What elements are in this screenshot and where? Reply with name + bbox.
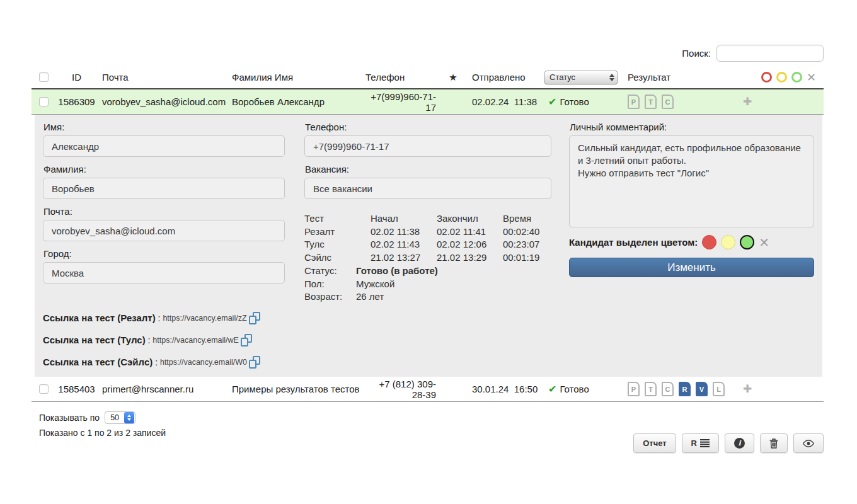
header-sent[interactable]: Отправлено (468, 72, 539, 83)
test-row-time: 00:23:07 (503, 238, 560, 251)
row2-checkbox[interactable] (39, 384, 49, 394)
row2-add-cell: ✚ (734, 382, 761, 396)
test-row-end: 02.02 11:41 (437, 226, 503, 239)
test-report-p-icon[interactable]: P (628, 94, 640, 109)
add-test-icon[interactable]: ✚ (743, 382, 752, 396)
test-report-c-icon[interactable]: C (662, 382, 674, 396)
test-row-time: 00:02:40 (503, 226, 560, 239)
report-button[interactable]: Отчет (633, 433, 676, 453)
detail-left-column: Имя: Фамилия: Почта: Город: (43, 120, 285, 284)
color-row-label: Кандидат выделен цветом: (569, 237, 698, 248)
test-report-r-icon[interactable]: R (679, 382, 691, 396)
stepper-arrows-icon (124, 412, 134, 423)
first-name-field[interactable] (43, 135, 285, 157)
select-arrows-icon (609, 74, 614, 81)
mark-yellow-circle-icon[interactable] (721, 235, 735, 249)
per-page-select[interactable]: 50 (105, 411, 135, 424)
mark-green-circle-icon[interactable] (740, 235, 754, 249)
row1-status: ✔ Готово (539, 96, 623, 108)
header-phone[interactable]: Телефон (360, 72, 439, 83)
search-bar: Поиск: (682, 45, 824, 62)
gender-label: Пол: (304, 278, 356, 291)
view-button[interactable] (793, 433, 824, 453)
delete-button[interactable] (760, 433, 788, 453)
row1-id: 1586309 (55, 96, 98, 107)
gender-line: Пол: Мужской (304, 278, 551, 291)
link-separator: : (146, 335, 153, 345)
email-label: Почта: (43, 206, 285, 217)
candidate-color-row: Кандидат выделен цветом: ✕ (569, 235, 814, 249)
edit-button[interactable]: Изменить (569, 258, 814, 277)
test-report-v-icon[interactable]: V (696, 382, 708, 396)
filter-yellow-circle-icon[interactable] (776, 72, 787, 83)
mark-red-circle-icon[interactable] (702, 235, 716, 249)
table-row-1586309[interactable]: 1586309 vorobyev_sasha@icloud.com Воробь… (32, 89, 824, 115)
tests-col-time: Время (503, 212, 560, 226)
tests-col-finished: Закончил (437, 212, 503, 226)
test-report-t-icon[interactable]: T (645, 94, 657, 109)
row1-checkbox[interactable] (39, 97, 49, 106)
copy-link-icon[interactable] (241, 334, 252, 346)
header-id[interactable]: ID (55, 72, 98, 83)
email-field[interactable] (43, 220, 285, 241)
comment-textarea[interactable]: Сильный кандидат, есть профильное образо… (569, 135, 814, 227)
info-button[interactable]: i (725, 433, 754, 453)
per-page-value: 50 (110, 413, 119, 422)
list-icon (700, 439, 710, 447)
table-row-1585403[interactable]: 1585403 primert@hrscanner.ru Примеры рез… (32, 377, 824, 402)
test-row-start: 02.02 11:38 (371, 226, 437, 239)
search-input[interactable] (716, 45, 824, 62)
test-link-tuls: Ссылка на тест (Тулс) : https://vacancy.… (43, 333, 260, 346)
header-checkbox-cell (32, 72, 55, 82)
test-link-url[interactable]: https://vacancy.email/zZ (163, 314, 246, 323)
test-report-c-icon[interactable]: C (662, 94, 674, 109)
test-link-rezalt: Ссылка на тест (Резалт) : https://vacanc… (43, 311, 260, 324)
row2-checkbox-cell (32, 384, 55, 394)
status-filter-value: Статус (549, 72, 575, 82)
status-value: Готово (в работе) (356, 265, 438, 278)
test-links-block: Ссылка на тест (Резалт) : https://vacanc… (43, 311, 260, 377)
test-row-start: 02.02 11:43 (371, 238, 437, 251)
row2-sent: 30.01.24 16:50 (468, 384, 539, 394)
test-link-url[interactable]: https://vacancy.email/W0 (160, 358, 247, 367)
test-report-t-icon[interactable]: T (645, 382, 657, 396)
status-filter-select[interactable]: Статус (544, 71, 618, 84)
test-row-time: 00:01:19 (503, 251, 560, 265)
city-field[interactable] (43, 262, 285, 284)
add-test-icon[interactable]: ✚ (743, 95, 752, 108)
row1-email: vorobyev_sasha@icloud.com (98, 96, 227, 107)
header-status-cell: Статус (539, 71, 623, 84)
star-column-icon[interactable]: ★ (439, 72, 468, 83)
row2-phone: +7 (812) 309-28-39 (360, 379, 439, 400)
phone-field[interactable] (304, 135, 551, 157)
status-label: Статус: (304, 265, 356, 278)
row1-sent: 02.02.24 11:38 (468, 96, 539, 107)
records-info: Показано с 1 по 2 из 2 записей (39, 428, 166, 438)
candidate-detail-panel: Имя: Фамилия: Почта: Город: Телефон: Вак… (35, 115, 822, 377)
header-email[interactable]: Почта (98, 72, 227, 83)
copy-link-icon[interactable] (249, 312, 260, 324)
row1-checkbox-cell (32, 97, 55, 106)
filter-clear-icon[interactable]: ✕ (807, 72, 816, 83)
test-row-name: Резалт (304, 226, 371, 239)
select-all-checkbox[interactable] (39, 72, 49, 82)
row1-test-reports: P T C (623, 94, 734, 109)
r-list-button[interactable]: R (682, 433, 719, 453)
test-link-url[interactable]: https://vacancy.email/wE (152, 336, 239, 345)
test-report-l-icon[interactable]: L (713, 382, 725, 396)
last-name-field[interactable] (43, 178, 285, 199)
filter-red-circle-icon[interactable] (761, 72, 772, 83)
copy-link-icon[interactable] (249, 356, 260, 369)
mark-clear-icon[interactable]: ✕ (759, 236, 769, 249)
filter-green-circle-icon[interactable] (791, 72, 802, 83)
header-name[interactable]: Фамилия Имя (227, 72, 360, 83)
test-row-end: 21.02 13:29 (437, 251, 503, 265)
check-icon: ✔ (548, 96, 556, 108)
vacancy-field[interactable] (304, 178, 551, 199)
test-report-p-icon[interactable]: P (628, 382, 640, 396)
test-row-name: Тулс (304, 238, 371, 251)
city-label: Город: (43, 248, 285, 259)
age-value: 26 лет (356, 290, 384, 304)
trash-icon (769, 438, 778, 449)
r-list-label: R (691, 438, 697, 448)
